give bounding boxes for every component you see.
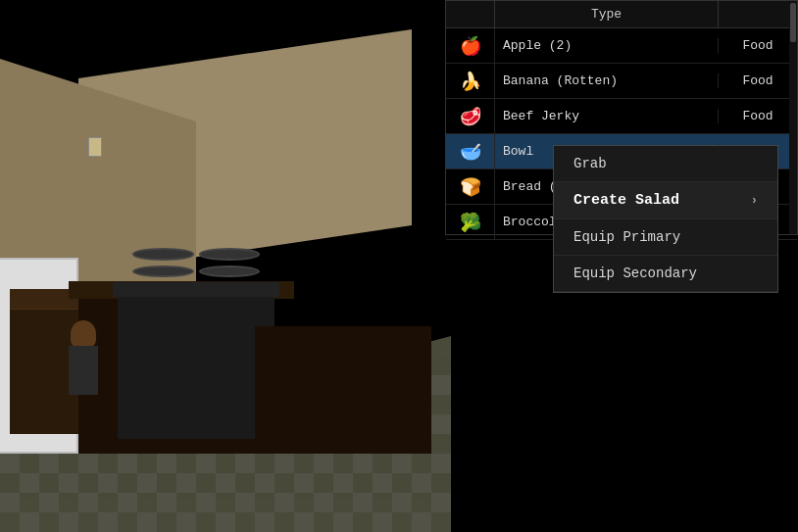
context-item-label: Equip Secondary (574, 266, 697, 281)
context-menu-item-create-salad[interactable]: Create Salad › (554, 182, 777, 219)
item-icon: 🥩 (446, 99, 495, 133)
header-category-label (719, 1, 797, 27)
header-type-label: Type (495, 1, 719, 27)
burner-1 (132, 248, 194, 261)
item-name: Apple (2) (495, 38, 719, 53)
item-icon: 🍞 (446, 169, 495, 204)
wall-outlet (88, 137, 102, 157)
inventory-row[interactable]: 🥩 Beef Jerky Food (446, 99, 797, 134)
player-character (59, 316, 108, 395)
stove-top (113, 282, 279, 297)
inventory-row[interactable]: 🍎 Apple (2) Food (446, 28, 797, 64)
item-icon: 🥣 (446, 134, 495, 169)
item-type: Food (719, 73, 797, 88)
burner-3 (132, 266, 194, 278)
context-item-label: Equip Primary (574, 229, 680, 245)
inventory-row[interactable]: 🍌 Banana (Rotten) Food (446, 64, 797, 99)
item-name: Banana (Rotten) (495, 73, 719, 88)
item-icon: 🥦 (446, 205, 495, 239)
stove (118, 292, 274, 439)
burner-4 (199, 266, 261, 278)
burner-2 (199, 248, 261, 261)
game-scene: Type 🍎 Apple (2) Food 🍌 Banana (Rotten) … (0, 0, 798, 532)
scrollbar[interactable] (789, 1, 797, 234)
context-menu-item-equip-primary[interactable]: Equip Primary (554, 219, 777, 256)
item-icon: 🍎 (446, 28, 495, 63)
context-item-label: Grab (574, 156, 607, 171)
item-name: Beef Jerky (495, 109, 719, 123)
submenu-arrow-icon: › (751, 194, 758, 208)
stove-burners (127, 243, 265, 282)
character-head (71, 320, 96, 348)
context-menu-item-grab[interactable]: Grab (554, 146, 777, 182)
counter-right (255, 326, 431, 454)
item-type: Food (719, 109, 797, 123)
inventory-header: Type (446, 1, 797, 28)
item-type: Food (719, 38, 797, 53)
context-menu: Grab Create Salad › Equip Primary Equip … (553, 145, 778, 293)
scroll-thumb (790, 3, 796, 42)
character-body (69, 346, 98, 395)
context-item-label: Create Salad (574, 192, 679, 209)
header-icon-cell (446, 1, 495, 27)
context-menu-item-equip-secondary[interactable]: Equip Secondary (554, 256, 777, 292)
item-icon: 🍌 (446, 64, 495, 98)
